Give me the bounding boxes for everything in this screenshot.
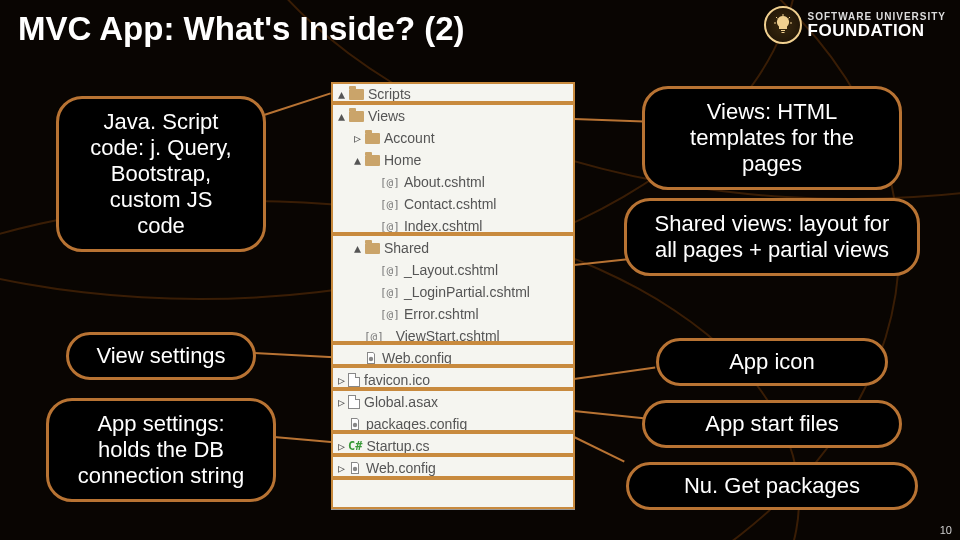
tree-item: Web.config bbox=[332, 347, 574, 369]
razor-file-icon: [@] bbox=[380, 220, 400, 233]
tree-item-label: Startup.cs bbox=[366, 438, 429, 454]
tree-item: ▴Home bbox=[332, 149, 574, 171]
tree-item: ▹C#Startup.cs bbox=[332, 435, 574, 457]
file-icon bbox=[348, 395, 360, 409]
tree-item-label: Web.config bbox=[382, 350, 452, 366]
callout-app-settings: App settings: holds the DB connection st… bbox=[46, 398, 276, 502]
tree-item-label: _ViewStart.cshtml bbox=[388, 328, 500, 344]
folder-icon bbox=[348, 109, 364, 123]
razor-file-icon: [@] bbox=[380, 308, 400, 321]
slide-title: MVC App: What's Inside? (2) bbox=[18, 10, 465, 48]
tree-item: ▴Shared bbox=[332, 237, 574, 259]
tree-item-label: Scripts bbox=[368, 86, 411, 102]
config-file-icon bbox=[348, 461, 362, 475]
razor-file-icon: [@] bbox=[380, 198, 400, 211]
tree-item-label: _LoginPartial.cshtml bbox=[404, 284, 530, 300]
tree-item-label: Web.config bbox=[366, 460, 436, 476]
config-file-icon bbox=[364, 351, 378, 365]
tree-item: [@]About.cshtml bbox=[332, 171, 574, 193]
lightbulb-icon bbox=[764, 6, 802, 44]
svg-point-0 bbox=[369, 357, 373, 361]
folder-icon bbox=[364, 241, 380, 255]
svg-point-1 bbox=[353, 423, 357, 427]
tree-item: ▹Global.asax bbox=[332, 391, 574, 413]
callout-app-icon: App icon bbox=[656, 338, 888, 386]
tree-item-label: Global.asax bbox=[364, 394, 438, 410]
expand-arrow-icon: ▴ bbox=[350, 152, 364, 168]
razor-file-icon: [@] bbox=[380, 264, 400, 277]
tree-item-label: Account bbox=[384, 130, 435, 146]
tree-item-label: favicon.ico bbox=[364, 372, 430, 388]
tree-item: ▴Scripts bbox=[332, 83, 574, 105]
callout-views: Views: HTML templates for the pages bbox=[642, 86, 902, 190]
tree-item-label: Shared bbox=[384, 240, 429, 256]
brand-logo: SOFTWARE UNIVERSITY FOUNDATION bbox=[764, 6, 946, 44]
csharp-file-icon: C# bbox=[348, 439, 362, 453]
tree-item: [@]_Layout.cshtml bbox=[332, 259, 574, 281]
expand-arrow-icon: ▹ bbox=[334, 394, 348, 410]
tree-item-label: Index.cshtml bbox=[404, 218, 483, 234]
tree-item-label: About.cshtml bbox=[404, 174, 485, 190]
file-icon bbox=[348, 373, 360, 387]
folder-icon bbox=[348, 87, 364, 101]
razor-file-icon: [@] bbox=[380, 286, 400, 299]
razor-file-icon: [@] bbox=[364, 330, 384, 343]
logo-top-text: SOFTWARE UNIVERSITY bbox=[808, 12, 946, 22]
tree-item-label: Home bbox=[384, 152, 421, 168]
folder-icon bbox=[364, 153, 380, 167]
expand-arrow-icon: ▹ bbox=[334, 460, 348, 476]
callout-javascript: Java. Script code: j. Query, Bootstrap, … bbox=[56, 96, 266, 252]
tree-item-label: Error.cshtml bbox=[404, 306, 479, 322]
tree-item-label: _Layout.cshtml bbox=[404, 262, 498, 278]
tree-item-label: packages.config bbox=[366, 416, 467, 432]
expand-arrow-icon: ▹ bbox=[334, 372, 348, 388]
tree-item: ▹Account bbox=[332, 127, 574, 149]
callout-shared-views: Shared views: layout for all pages + par… bbox=[624, 198, 920, 276]
expand-arrow-icon: ▴ bbox=[334, 86, 348, 102]
callout-nuget: Nu. Get packages bbox=[626, 462, 918, 510]
svg-point-2 bbox=[353, 467, 357, 471]
callout-view-settings: View settings bbox=[66, 332, 256, 380]
page-number: 10 bbox=[940, 524, 952, 536]
solution-explorer: ▴Scripts▴Views▹Account▴Home[@]About.csht… bbox=[331, 82, 575, 510]
expand-arrow-icon: ▹ bbox=[350, 130, 364, 146]
logo-bottom-text: FOUNDATION bbox=[808, 22, 946, 39]
tree-item-label: Views bbox=[368, 108, 405, 124]
tree-item: ▹favicon.ico bbox=[332, 369, 574, 391]
tree-item: [@]Contact.cshtml bbox=[332, 193, 574, 215]
callout-app-start: App start files bbox=[642, 400, 902, 448]
razor-file-icon: [@] bbox=[380, 176, 400, 189]
expand-arrow-icon: ▴ bbox=[334, 108, 348, 124]
tree-item: [@]Index.cshtml bbox=[332, 215, 574, 237]
tree-item: [@]_LoginPartial.cshtml bbox=[332, 281, 574, 303]
tree-item-label: Contact.cshtml bbox=[404, 196, 497, 212]
folder-icon bbox=[364, 131, 380, 145]
expand-arrow-icon: ▹ bbox=[334, 438, 348, 454]
tree-item: [@]_ViewStart.cshtml bbox=[332, 325, 574, 347]
tree-item: ▴Views bbox=[332, 105, 574, 127]
tree-item: ▹Web.config bbox=[332, 457, 574, 479]
expand-arrow-icon: ▴ bbox=[350, 240, 364, 256]
tree-item: packages.config bbox=[332, 413, 574, 435]
tree-item: [@]Error.cshtml bbox=[332, 303, 574, 325]
config-file-icon bbox=[348, 417, 362, 431]
